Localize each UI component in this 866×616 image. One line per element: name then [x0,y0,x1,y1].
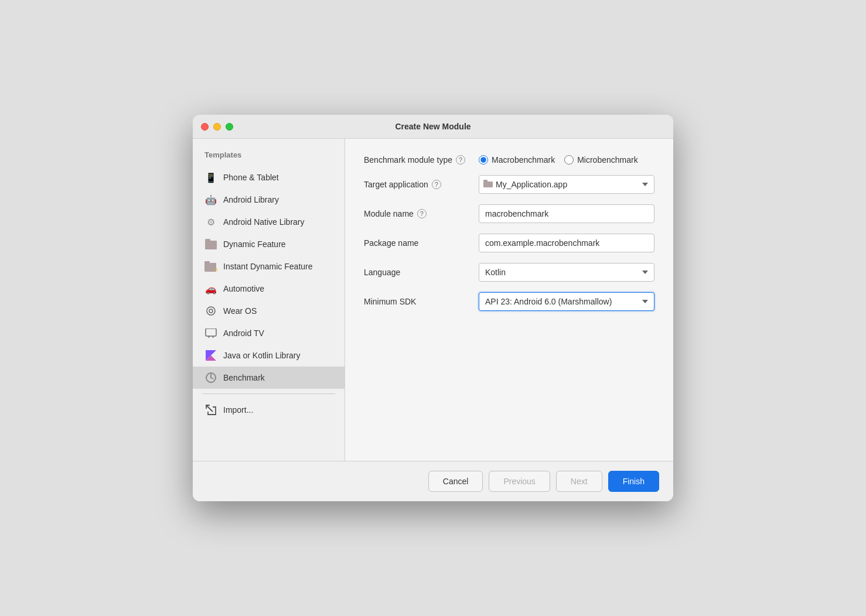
package-name-input[interactable] [479,234,654,252]
benchmark-type-row: Benchmark module type ? Macrobenchmark M… [364,155,654,165]
minimum-sdk-label: Minimum SDK [364,297,469,306]
close-button[interactable] [201,123,209,131]
benchmark-type-options: Macrobenchmark Microbenchmark [479,155,638,165]
sidebar-item-dynamic-feature[interactable]: Dynamic Feature [193,233,345,255]
footer: Cancel Previous Next Finish [193,461,673,501]
svg-text:⚡: ⚡ [214,265,217,272]
sidebar-label-dynamic-feature: Dynamic Feature [223,239,286,249]
wearos-icon [204,304,217,317]
phone-icon: 📱 [204,171,217,184]
native-icon: ⚙ [204,215,217,228]
finish-button[interactable]: Finish [608,471,659,492]
svg-rect-15 [483,180,487,182]
target-application-select[interactable]: My_Application.app [479,175,654,194]
svg-point-6 [209,309,213,313]
minimum-sdk-row: Minimum SDK API 23: Android 6.0 (Marshma… [364,292,654,311]
svg-point-5 [207,307,215,315]
dynamic-feature-icon [204,238,217,251]
maximize-button[interactable] [226,123,233,131]
import-icon [204,403,217,416]
macrobenchmark-radio[interactable] [479,155,488,165]
sidebar-item-instant-dynamic[interactable]: ⚡ Instant Dynamic Feature [193,255,345,278]
sidebar-section-title: Templates [193,150,345,166]
sidebar-item-wear-os[interactable]: Wear OS [193,300,345,322]
traffic-lights [201,123,233,131]
main-panel: Benchmark module type ? Macrobenchmark M… [345,139,673,461]
macrobenchmark-option[interactable]: Macrobenchmark [479,155,555,165]
content-area: Templates 📱 Phone & Tablet 🤖 Android Lib… [193,139,673,461]
svg-rect-0 [205,241,217,249]
language-select[interactable]: Kotlin [479,263,654,282]
target-application-row: Target application ? My_Application.app [364,175,654,194]
sidebar: Templates 📱 Phone & Tablet 🤖 Android Lib… [193,139,345,461]
next-button[interactable]: Next [556,471,602,492]
svg-rect-3 [204,261,210,264]
instant-dynamic-icon: ⚡ [204,260,217,273]
package-name-label: Package name [364,238,469,248]
language-row: Language Kotlin [364,263,654,282]
sidebar-label-instant-dynamic: Instant Dynamic Feature [223,262,313,271]
svg-line-13 [206,405,213,412]
sidebar-divider [202,393,335,394]
microbenchmark-radio[interactable] [564,155,574,165]
svg-rect-7 [206,328,216,336]
microbenchmark-option[interactable]: Microbenchmark [564,155,637,165]
sidebar-label-android-library: Android Library [223,195,279,204]
create-new-module-dialog: Create New Module Templates 📱 Phone & Ta… [193,115,673,501]
android-icon: 🤖 [204,193,217,206]
sidebar-label-phone-tablet: Phone & Tablet [223,173,279,182]
module-name-help-icon[interactable]: ? [417,209,427,218]
sidebar-item-automotive[interactable]: 🚗 Automotive [193,278,345,300]
sidebar-item-phone-tablet[interactable]: 📱 Phone & Tablet [193,166,345,189]
benchmark-type-help-icon[interactable]: ? [456,155,465,165]
benchmark-icon [204,371,217,384]
svg-rect-14 [483,182,493,187]
previous-button[interactable]: Previous [489,471,550,492]
svg-line-9 [213,336,213,338]
benchmark-type-label: Benchmark module type ? [364,155,469,165]
sidebar-label-android-native: Android Native Library [223,217,305,227]
sidebar-item-import[interactable]: Import... [193,399,345,421]
svg-rect-1 [205,239,210,242]
target-application-wrapper: My_Application.app [479,175,654,194]
minimize-button[interactable] [213,123,221,131]
sidebar-label-benchmark: Benchmark [223,373,265,382]
sidebar-item-kotlin-library[interactable]: Java or Kotlin Library [193,344,345,367]
cancel-button[interactable]: Cancel [428,471,483,492]
sidebar-item-android-tv[interactable]: Android TV [193,322,345,344]
sidebar-item-benchmark[interactable]: Benchmark [193,367,345,389]
language-label: Language [364,268,469,277]
title-bar: Create New Module [193,115,673,139]
sidebar-label-import: Import... [223,405,253,415]
minimum-sdk-select[interactable]: API 23: Android 6.0 (Marshmallow) [479,292,654,311]
sidebar-label-kotlin-library: Java or Kotlin Library [223,351,301,360]
target-application-label: Target application ? [364,180,469,189]
svg-line-8 [209,336,209,338]
module-name-input[interactable] [479,204,654,223]
sidebar-item-android-native[interactable]: ⚙ Android Native Library [193,211,345,233]
sidebar-label-automotive: Automotive [223,284,264,293]
module-name-label: Module name ? [364,209,469,218]
kotlin-icon [204,349,217,362]
dialog-title: Create New Module [395,122,470,131]
folder-icon [483,180,493,189]
sidebar-label-android-tv: Android TV [223,328,264,338]
module-name-row: Module name ? [364,204,654,223]
sidebar-items-list: 📱 Phone & Tablet 🤖 Android Library ⚙ And… [193,166,345,449]
tv-icon [204,327,217,340]
target-application-help-icon[interactable]: ? [432,180,441,189]
automotive-icon: 🚗 [204,282,217,295]
package-name-row: Package name [364,234,654,252]
sidebar-label-wear-os: Wear OS [223,306,257,316]
sidebar-item-android-library[interactable]: 🤖 Android Library [193,189,345,211]
